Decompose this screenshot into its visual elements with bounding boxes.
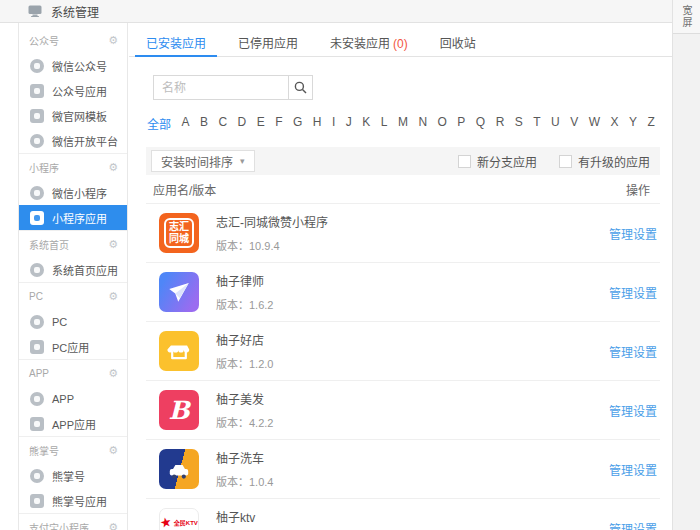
sidebar-group-header: APP⚙ — [19, 360, 127, 386]
alphabet-letter[interactable]: E — [257, 115, 265, 132]
alphabet-letter[interactable]: U — [551, 115, 560, 132]
search-input[interactable] — [153, 75, 289, 100]
sidebar-group-header: 小程序⚙ — [19, 154, 127, 180]
tab-installed-apps[interactable]: 已安装应用 — [133, 23, 219, 56]
table-row: ★全民KTV柚子ktv版本：1.5.7管理设置 — [146, 498, 660, 530]
widescreen-toggle[interactable]: 宽屏 — [673, 0, 700, 34]
checkbox-new-branch[interactable] — [458, 155, 471, 168]
alphabet-letter[interactable]: P — [457, 115, 465, 132]
manage-settings-link[interactable]: 管理设置 — [609, 461, 657, 478]
zhihui-tongcheng-app-icon: 志汇同城 — [159, 213, 199, 253]
sidebar-item[interactable]: APP — [19, 386, 127, 411]
search-button[interactable] — [288, 75, 313, 100]
gear-icon[interactable]: ⚙ — [108, 368, 118, 379]
alphabet-letter[interactable]: G — [293, 115, 302, 132]
tab-uninstalled-apps[interactable]: 未安装应用(0) — [317, 23, 421, 56]
alphabet-all[interactable]: 全部 — [147, 115, 171, 132]
alphabet-letter[interactable]: I — [332, 115, 335, 132]
alphabet-letter[interactable]: J — [346, 115, 352, 132]
sidebar-group-label: 公众号 — [29, 33, 59, 48]
alphabet-letter[interactable]: L — [381, 115, 388, 132]
star-icon: ★ — [159, 514, 173, 529]
gear-icon[interactable]: ⚙ — [108, 239, 118, 250]
alphabet-letter[interactable]: X — [610, 115, 618, 132]
alphabet-letter[interactable]: Y — [629, 115, 637, 132]
alphabet-letter[interactable]: H — [313, 115, 322, 132]
manage-settings-link[interactable]: 管理设置 — [609, 225, 657, 242]
alphabet-letter[interactable]: N — [418, 115, 427, 132]
gear-icon[interactable]: ⚙ — [108, 522, 118, 530]
gear-icon[interactable]: ⚙ — [108, 445, 118, 456]
manage-settings-link[interactable]: 管理设置 — [609, 402, 657, 419]
sidebar-group: APP⚙APPAPP应用 — [19, 359, 127, 436]
gear-icon[interactable]: ⚙ — [108, 35, 118, 46]
app-bag-icon — [30, 494, 44, 508]
sidebar-group-header: PC⚙ — [19, 283, 127, 309]
manage-settings-link[interactable]: 管理设置 — [609, 520, 657, 530]
app-name: 柚子好店 — [216, 331, 609, 348]
alphabet-filter: 全部ABCDEFGHIJKLMNOPQRSTUVWXYZ — [147, 115, 655, 132]
gear-icon[interactable]: ⚙ — [108, 291, 118, 302]
gear-icon[interactable]: ⚙ — [108, 162, 118, 173]
sidebar-item[interactable]: 微信公众号 — [19, 53, 127, 78]
alphabet-letter[interactable]: F — [275, 115, 282, 132]
alphabet-letter[interactable]: Q — [476, 115, 485, 132]
app-name: 柚子律师 — [216, 272, 609, 289]
alphabet-letter[interactable]: B — [200, 115, 208, 132]
sidebar-item[interactable]: APP应用 — [19, 411, 127, 436]
alphabet-letter[interactable]: D — [238, 115, 247, 132]
manage-settings-link[interactable]: 管理设置 — [609, 343, 657, 360]
table-header: 应用名/版本 操作 — [146, 175, 660, 203]
sidebar-item[interactable]: 熊掌号 — [19, 463, 127, 488]
sidebar-item[interactable]: 微信小程序 — [19, 180, 127, 205]
table-row: 柚子洗车版本：1.0.4管理设置 — [146, 439, 660, 498]
sidebar-groups: 公众号⚙微信公众号公众号应用微官网模板微信开放平台小程序⚙微信小程序小程序应用系… — [19, 27, 127, 530]
manage-settings-link[interactable]: 管理设置 — [609, 284, 657, 301]
app-name: 志汇-同城微赞小程序 — [216, 213, 609, 230]
topbar: 系统管理 — [0, 0, 672, 23]
app-version: 版本：4.2.2 — [216, 414, 609, 430]
alphabet-letter[interactable]: V — [570, 115, 578, 132]
alphabet-letter[interactable]: M — [398, 115, 408, 132]
tab-label: 已安装应用 — [146, 37, 206, 51]
sidebar-item[interactable]: 系统首页应用 — [19, 257, 127, 282]
alphabet-letter[interactable]: K — [362, 115, 370, 132]
alphabet-letter[interactable]: O — [438, 115, 447, 132]
ktv-app-icon: ★全民KTV — [159, 508, 199, 530]
sidebar-item[interactable]: PC应用 — [19, 334, 127, 359]
sidebar-item-label: 微信小程序 — [52, 185, 107, 201]
sidebar-item-label: 微信开放平台 — [52, 133, 118, 149]
sidebar-item-label: 小程序应用 — [52, 210, 107, 226]
alphabet-letter[interactable]: T — [533, 115, 540, 132]
sidebar-item[interactable]: PC — [19, 309, 127, 334]
has-upgrade-filter[interactable]: 有升级的应用 — [559, 153, 650, 170]
table-row: 志汇同城志汇-同城微赞小程序版本：10.9.4管理设置 — [146, 203, 660, 262]
app-bag-icon — [30, 211, 44, 225]
sidebar-item[interactable]: 微官网模板 — [19, 103, 127, 128]
sidebar-group: 小程序⚙微信小程序小程序应用 — [19, 153, 127, 230]
sidebar-item[interactable]: 熊掌号应用 — [19, 488, 127, 513]
alphabet-letter[interactable]: Z — [647, 115, 654, 132]
chevron-down-icon: ▾ — [240, 156, 245, 166]
new-branch-filter[interactable]: 新分支应用 — [458, 153, 537, 170]
checkbox-has-upgrade[interactable] — [559, 155, 572, 168]
system-manage-icon — [28, 5, 42, 17]
app-name: 柚子洗车 — [216, 449, 609, 466]
app-info: 柚子好店版本：1.2.0 — [216, 331, 609, 371]
sidebar-item-label: PC — [52, 316, 67, 328]
alphabet-letter[interactable]: S — [515, 115, 523, 132]
sidebar-item[interactable]: 小程序应用 — [19, 205, 127, 230]
table-row: 柚子好店版本：1.2.0管理设置 — [146, 321, 660, 380]
sidebar-item[interactable]: 公众号应用 — [19, 78, 127, 103]
tab-disabled-apps[interactable]: 已停用应用 — [225, 23, 311, 56]
alphabet-letter[interactable]: R — [496, 115, 505, 132]
alphabet-letter[interactable]: C — [218, 115, 227, 132]
search-icon — [294, 81, 307, 94]
alphabet-letter[interactable]: A — [181, 115, 189, 132]
tab-recycle-bin[interactable]: 回收站 — [427, 23, 489, 56]
app-version: 版本：1.0.4 — [216, 473, 609, 489]
sidebar-item[interactable]: 微信开放平台 — [19, 128, 127, 153]
tab-label: 已停用应用 — [238, 37, 298, 51]
sort-dropdown[interactable]: 安装时间排序 ▾ — [151, 150, 255, 172]
alphabet-letter[interactable]: W — [589, 115, 600, 132]
